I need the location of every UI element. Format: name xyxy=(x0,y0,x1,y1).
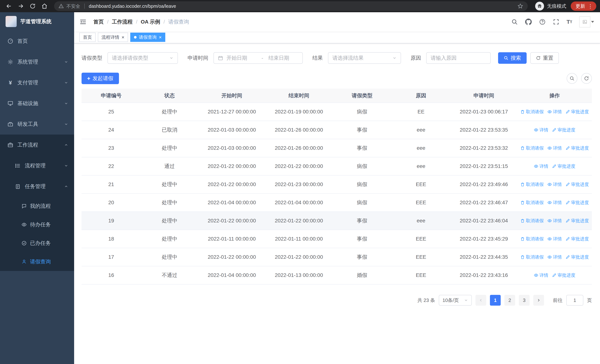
sidebar-item-leave-query[interactable]: 请假查询 xyxy=(0,252,74,271)
prev-page-button[interactable] xyxy=(476,295,486,306)
detail-link[interactable]: 详情 xyxy=(547,254,562,260)
search-icon[interactable] xyxy=(511,19,518,25)
sidebar-item-todo-task[interactable]: 待办任务 xyxy=(0,215,74,234)
cancel-leave-link[interactable]: 取消请假 xyxy=(520,254,544,260)
goto-page-input[interactable] xyxy=(566,295,583,306)
column-header-actions: 操作 xyxy=(517,89,592,103)
home-icon[interactable] xyxy=(39,1,50,11)
sidebar-fold-icon[interactable] xyxy=(79,18,87,26)
approval-progress-link[interactable]: 审批进度 xyxy=(552,272,575,278)
fullscreen-icon[interactable] xyxy=(553,19,559,25)
cancel-leave-link[interactable]: 取消请假 xyxy=(520,236,544,242)
logo-avatar xyxy=(6,16,17,27)
help-icon[interactable] xyxy=(539,19,546,25)
cancel-leave-link[interactable]: 取消请假 xyxy=(520,181,544,187)
cell-type: 事假 xyxy=(332,230,392,248)
sidebar-item-task-mgmt[interactable]: 任务管理 xyxy=(0,176,74,197)
sidebar-item-infra[interactable]: 基础设施 xyxy=(0,93,74,114)
close-icon[interactable]: × xyxy=(122,35,124,40)
workflow-menu-group: 工作流程 流程管理 任务管理 xyxy=(0,135,74,271)
detail-link[interactable]: 详情 xyxy=(534,272,548,278)
approval-progress-link[interactable]: 审批进度 xyxy=(565,236,589,242)
detail-link[interactable]: 详情 xyxy=(547,218,562,224)
apply-time-range-picker[interactable]: 开始日期 - 结束日期 xyxy=(214,52,303,64)
browser-menu-icon[interactable]: ⋮ xyxy=(588,3,593,9)
font-size-icon[interactable]: TT xyxy=(566,19,572,25)
sidebar-item-done-task[interactable]: 已办任务 xyxy=(0,234,74,252)
page-button-3[interactable]: 3 xyxy=(519,295,530,306)
reason-input[interactable] xyxy=(426,52,491,64)
tab-leave-query[interactable]: 请假查询 × xyxy=(130,33,165,42)
back-icon[interactable] xyxy=(4,1,14,11)
approval-progress-link[interactable]: 审批进度 xyxy=(565,218,589,224)
reason-label: 原因 xyxy=(411,55,421,62)
reset-button[interactable]: 重置 xyxy=(530,52,559,64)
detail-link[interactable]: 详情 xyxy=(547,236,562,242)
sidebar-item-label: 基础设施 xyxy=(18,100,60,107)
bookmark-star-icon[interactable] xyxy=(517,3,523,9)
approval-progress-link[interactable]: 审批进度 xyxy=(552,163,575,169)
cell-actions: 取消请假详情审批进度 xyxy=(517,212,592,230)
approval-progress-link[interactable]: 审批进度 xyxy=(552,127,575,133)
sidebar-item-my-process[interactable]: 我的流程 xyxy=(0,197,74,215)
breadcrumb-oa-example: OA 示例 xyxy=(141,18,160,25)
active-dot xyxy=(134,36,137,38)
approval-progress-link[interactable]: 审批进度 xyxy=(565,200,589,205)
leave-table: 申请编号 状态 开始时间 结束时间 请假类型 原因 申请时间 操作 25处理中2… xyxy=(82,89,592,284)
search-button[interactable]: 搜索 xyxy=(498,52,527,64)
detail-link[interactable]: 详情 xyxy=(547,145,562,151)
sidebar-item-devtools[interactable]: 研发工具 xyxy=(0,114,74,135)
cell-applied: 2022-01-22 23:46:47 xyxy=(450,194,517,212)
reload-icon[interactable] xyxy=(28,1,38,11)
sidebar-item-payment[interactable]: ¥ 支付管理 xyxy=(0,72,74,93)
detail-link[interactable]: 详情 xyxy=(547,200,562,205)
page-button-2[interactable]: 2 xyxy=(504,295,515,306)
sidebar-item-process-mgmt[interactable]: 流程管理 xyxy=(0,155,74,176)
result-select[interactable]: 请选择流结果 xyxy=(328,52,401,64)
cell-status: 已取消 xyxy=(141,121,198,139)
cancel-leave-link[interactable]: 取消请假 xyxy=(520,145,544,151)
update-button[interactable]: 更新 ⋮ xyxy=(571,1,596,11)
leave-type-select[interactable]: 请选择请假类型 xyxy=(107,52,178,64)
cell-end: 2022-01-11 00:00:00 xyxy=(265,230,332,248)
cancel-leave-link[interactable]: 取消请假 xyxy=(520,200,544,205)
table-row: 18处理中2022-01-11 00:00:002022-01-11 00:00… xyxy=(82,230,592,248)
user-avatar[interactable] xyxy=(579,16,594,28)
detail-link[interactable]: 详情 xyxy=(534,127,548,133)
cancel-leave-link[interactable]: 取消请假 xyxy=(520,218,544,224)
page-size-select[interactable]: 10条/页 xyxy=(439,295,472,306)
next-page-button[interactable] xyxy=(533,295,544,306)
create-leave-button[interactable]: + 发起请假 xyxy=(82,73,119,84)
cancel-leave-link[interactable]: 取消请假 xyxy=(520,109,544,115)
security-label[interactable]: 不安全 xyxy=(66,3,80,9)
sidebar-item-system[interactable]: 系统管理 xyxy=(0,52,74,72)
plus-icon: + xyxy=(87,76,90,81)
detail-link[interactable]: 详情 xyxy=(547,181,562,187)
breadcrumb-home[interactable]: 首页 xyxy=(94,18,104,25)
approval-progress-link[interactable]: 审批进度 xyxy=(565,109,589,115)
cell-reason: eee xyxy=(392,212,450,230)
cell-id: 16 xyxy=(82,266,141,284)
chevron-down-icon xyxy=(64,101,68,105)
cell-reason: EEE xyxy=(392,248,450,266)
detail-link[interactable]: 详情 xyxy=(534,163,548,169)
approval-progress-link[interactable]: 审批进度 xyxy=(565,254,589,260)
tab-process-detail[interactable]: 流程详情 × xyxy=(98,33,128,42)
page-button-1[interactable]: 1 xyxy=(490,295,501,306)
cell-status: 处理中 xyxy=(141,212,198,230)
refresh-table-button[interactable] xyxy=(581,73,592,84)
chevron-up-icon xyxy=(64,143,68,147)
detail-link[interactable]: 详情 xyxy=(547,109,562,115)
approval-progress-link[interactable]: 审批进度 xyxy=(565,145,589,151)
approval-progress-link[interactable]: 审批进度 xyxy=(565,181,589,187)
forward-icon[interactable] xyxy=(16,1,26,11)
cell-start: 2022-01-11 00:00:00 xyxy=(198,230,265,248)
address-bar[interactable]: 不安全 dashboard.yudao.iocoder.cn/bpm/oa/le… xyxy=(54,1,528,11)
toggle-search-button[interactable] xyxy=(567,73,577,84)
sidebar-item-workflow[interactable]: 工作流程 xyxy=(0,135,74,155)
close-icon[interactable]: × xyxy=(159,35,162,40)
cell-applied: 2022-01-22 23:53:35 xyxy=(450,121,517,139)
sidebar-item-home[interactable]: 首页 xyxy=(0,31,74,52)
tab-home[interactable]: 首页 xyxy=(79,33,96,42)
github-icon[interactable] xyxy=(525,18,532,25)
